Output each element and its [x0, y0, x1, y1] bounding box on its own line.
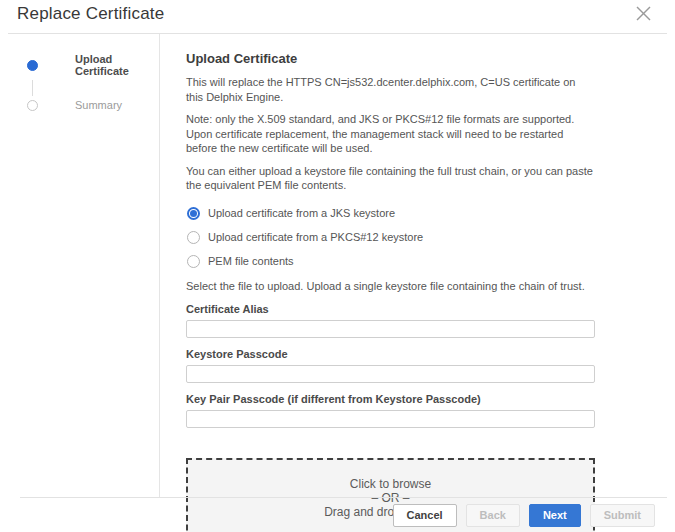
certificate-alias-label: Certificate Alias: [186, 303, 595, 315]
dialog-footer: Cancel Back Next Submit: [20, 497, 667, 532]
dialog-header: Replace Certificate: [8, 0, 667, 34]
select-file-hint: Select the file to upload. Upload a sing…: [186, 279, 595, 294]
format-note-text: Note: only the X.509 standard, and JKS o…: [186, 112, 595, 156]
step-active-dot-icon: [27, 60, 38, 71]
close-button[interactable]: [632, 2, 655, 25]
wizard-stepper: Upload Certificate Summary: [8, 34, 160, 497]
radio-jks-keystore[interactable]: Upload certificate from a JKS keystore: [186, 207, 595, 220]
keypair-passcode-label: Key Pair Passcode (if different from Key…: [186, 393, 595, 405]
radio-selected-icon: [187, 207, 200, 220]
keypair-passcode-input[interactable]: [186, 410, 595, 428]
step-pending-dot-icon: [27, 100, 38, 111]
keystore-passcode-label: Keystore Passcode: [186, 348, 595, 360]
dialog-body: Upload Certificate Summary Upload Certif…: [8, 34, 667, 497]
radio-label: Upload certificate from a JKS keystore: [208, 207, 395, 219]
keypair-passcode-field-group: Key Pair Passcode (if different from Key…: [186, 393, 595, 428]
stepper-item-summary[interactable]: Summary: [8, 99, 159, 111]
dialog-title: Replace Certificate: [17, 4, 164, 30]
upload-or-paste-text: You can either upload a keystore file co…: [186, 164, 595, 193]
radio-label: PEM file contents: [208, 255, 294, 267]
stepper-item-label: Upload Certificate: [75, 53, 159, 77]
stepper-item-label: Summary: [75, 99, 122, 111]
radio-unselected-icon: [187, 255, 200, 268]
radio-unselected-icon: [187, 231, 200, 244]
stepper-connector-line: [32, 80, 33, 96]
close-icon: [634, 4, 653, 23]
radio-pem-contents[interactable]: PEM file contents: [186, 255, 595, 268]
certificate-alias-input[interactable]: [186, 320, 595, 338]
stepper-item-upload-certificate[interactable]: Upload Certificate: [8, 53, 159, 77]
submit-button[interactable]: Submit: [590, 504, 655, 527]
upload-certificate-panel: Upload Certificate This will replace the…: [160, 34, 667, 497]
intro-text: This will replace the HTTPS CN=js532.dce…: [186, 75, 595, 104]
radio-pkcs12-keystore[interactable]: Upload certificate from a PKCS#12 keysto…: [186, 231, 595, 244]
certificate-source-radio-group: Upload certificate from a JKS keystore U…: [186, 207, 595, 268]
radio-label: Upload certificate from a PKCS#12 keysto…: [208, 231, 423, 243]
panel-heading: Upload Certificate: [186, 51, 595, 66]
dropzone-click-text: Click to browse: [350, 478, 431, 492]
certificate-alias-field-group: Certificate Alias: [186, 303, 595, 338]
replace-certificate-dialog: Replace Certificate Upload Certificate S…: [0, 0, 675, 532]
keystore-passcode-input[interactable]: [186, 365, 595, 383]
back-button[interactable]: Back: [466, 504, 520, 527]
keystore-passcode-field-group: Keystore Passcode: [186, 348, 595, 383]
cancel-button[interactable]: Cancel: [393, 504, 457, 527]
next-button[interactable]: Next: [529, 504, 581, 527]
